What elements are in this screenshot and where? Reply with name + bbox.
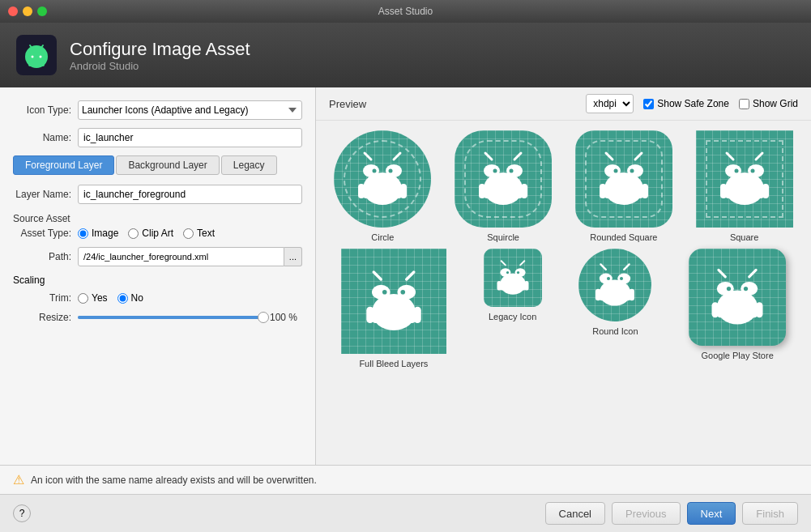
next-button[interactable]: Next (687, 502, 736, 525)
tab-legacy[interactable]: Legacy (221, 155, 277, 175)
svg-point-70 (600, 274, 613, 284)
trim-no[interactable]: No (117, 292, 143, 304)
name-label: Name: (13, 132, 78, 143)
svg-rect-79 (717, 302, 758, 317)
icon-type-row: Icon Type: Launcher Icons (Adaptive and … (13, 100, 302, 120)
path-input[interactable] (78, 247, 284, 266)
close-button[interactable] (8, 6, 18, 16)
left-panel: Icon Type: Launcher Icons (Adaptive and … (0, 87, 316, 465)
show-grid-input[interactable] (739, 99, 749, 109)
slider-fill (78, 316, 263, 319)
radio-image[interactable]: Image (78, 228, 118, 239)
bottom-bar: ? Cancel Previous Next Finish (0, 494, 811, 532)
path-row: Path: ... (13, 247, 302, 266)
svg-point-51 (397, 285, 416, 300)
trim-no-input[interactable] (117, 293, 128, 304)
show-safe-zone-input[interactable] (643, 99, 654, 109)
radio-clipart[interactable]: Clip Art (128, 228, 173, 239)
radio-image-input[interactable] (78, 228, 88, 239)
svg-point-50 (372, 285, 391, 300)
svg-rect-7 (43, 57, 46, 63)
name-input[interactable] (78, 128, 302, 147)
radio-text-input[interactable] (183, 228, 194, 239)
svg-point-60 (500, 268, 510, 276)
android-svg-circle (350, 147, 415, 211)
svg-point-87 (744, 287, 748, 291)
radio-clipart-input[interactable] (128, 228, 139, 239)
title-bar-buttons[interactable] (8, 6, 47, 16)
cancel-button[interactable]: Cancel (545, 502, 605, 525)
svg-point-71 (618, 274, 631, 284)
window-title: Asset Studio (378, 6, 433, 17)
dpi-select[interactable]: xhdpi (586, 94, 634, 113)
show-safe-zone-checkbox[interactable]: Show Safe Zone (643, 98, 729, 109)
app-header: Configure Image Asset Android Studio (0, 23, 811, 87)
legacy-icon (484, 249, 542, 307)
svg-point-47 (750, 169, 754, 173)
svg-line-33 (635, 153, 642, 160)
preview-row-1: Circle (316, 121, 811, 245)
icon-type-select[interactable]: Launcher Icons (Adaptive and Legacy) (78, 100, 302, 120)
resize-slider-group: 100 % (78, 312, 302, 323)
svg-rect-6 (27, 57, 30, 63)
svg-rect-39 (725, 184, 764, 198)
show-grid-checkbox[interactable]: Show Grid (739, 98, 798, 109)
scaling-title: Scaling (13, 275, 302, 286)
maximize-button[interactable] (37, 6, 47, 16)
rounded-square-icon (575, 130, 672, 228)
warning-bar: ⚠ An icon with the same name already exi… (0, 465, 811, 494)
svg-point-2 (32, 56, 34, 58)
svg-rect-74 (595, 289, 600, 300)
trim-yes[interactable]: Yes (78, 292, 108, 304)
preview-circle: Circle (334, 130, 431, 242)
full-bleed-icon (341, 249, 446, 354)
android-svg-legacy (492, 257, 534, 299)
svg-point-86 (727, 287, 731, 291)
radio-text[interactable]: Text (183, 228, 215, 239)
svg-point-41 (748, 164, 764, 177)
android-svg-full-bleed (357, 265, 430, 338)
trim-yes-input[interactable] (78, 293, 88, 304)
tab-background-layer[interactable]: Background Layer (116, 155, 219, 175)
svg-line-52 (373, 272, 381, 279)
svg-rect-29 (604, 184, 643, 198)
radio-image-label: Image (92, 228, 118, 239)
browse-button[interactable]: ... (284, 247, 302, 266)
svg-point-3 (40, 56, 42, 58)
preview-round-icon: Round Icon (578, 249, 651, 368)
svg-rect-25 (521, 184, 527, 198)
trim-label: Trim: (13, 292, 78, 304)
svg-point-80 (717, 282, 734, 296)
svg-point-56 (382, 290, 387, 295)
previous-button[interactable]: Previous (612, 502, 681, 525)
tab-foreground-layer[interactable]: Foreground Layer (13, 155, 114, 175)
android-svg-square (712, 147, 777, 211)
svg-point-57 (400, 290, 405, 295)
full-bleed-label: Full Bleed Layers (359, 359, 428, 368)
svg-line-53 (407, 272, 414, 279)
help-button[interactable]: ? (13, 504, 31, 522)
svg-rect-54 (366, 307, 373, 323)
layer-name-input[interactable] (78, 185, 302, 204)
minimize-button[interactable] (23, 6, 32, 16)
squircle-label: Squircle (487, 232, 519, 242)
svg-rect-9 (363, 184, 402, 198)
svg-rect-85 (756, 302, 762, 317)
slider-thumb[interactable] (258, 312, 269, 323)
asset-type-row: Asset Type: Image Clip Art Text (13, 228, 302, 239)
google-play-icon (689, 249, 786, 346)
resize-slider-track[interactable] (78, 316, 263, 319)
warning-text: An icon with the same name already exist… (31, 475, 317, 486)
android-svg-rounded (591, 147, 656, 211)
preview-header: Preview xhdpi Show Safe Zone Show Grid (316, 87, 811, 121)
trim-row: Trim: Yes No (13, 292, 302, 304)
radio-text-label: Text (197, 228, 215, 239)
icon-type-label: Icon Type: (13, 104, 78, 116)
squircle-icon (455, 130, 552, 228)
svg-rect-65 (524, 281, 528, 291)
finish-button[interactable]: Finish (742, 502, 798, 525)
square-icon (696, 130, 793, 228)
svg-rect-1 (28, 55, 45, 66)
svg-point-30 (604, 164, 621, 177)
android-svg-google-play (703, 263, 771, 331)
